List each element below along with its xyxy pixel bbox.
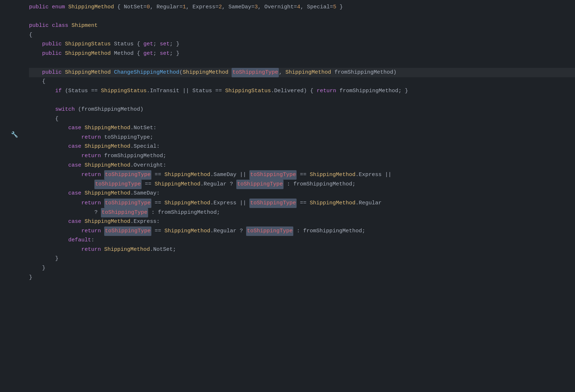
code-line <box>29 59 575 68</box>
token-indent <box>29 208 94 217</box>
token-plain: Overnight <box>264 3 294 12</box>
code-line: public ShippingMethod ChangeShippingMeth… <box>29 68 575 77</box>
token-kw: get <box>143 40 153 49</box>
token-plain: .Express || <box>355 171 391 179</box>
token-plain: , <box>186 3 192 12</box>
token-kw: class <box>52 21 72 30</box>
token-type: ShippingMethod <box>68 3 114 12</box>
token-type: ShippingMethod <box>85 142 130 151</box>
token-indent <box>29 199 81 208</box>
token-kw: switch <box>55 105 75 114</box>
token-indent <box>29 68 42 77</box>
token-indent <box>29 189 68 198</box>
token-plain: : fromShippingMethod; <box>284 180 355 189</box>
token-type: ShippingMethod <box>85 124 130 132</box>
token-plain: ; } <box>170 49 179 58</box>
token-plain: } <box>29 273 32 282</box>
token-indent <box>29 171 81 179</box>
code-editor: 🔧 public enum ShippingMethod { NotSet=0,… <box>0 0 575 392</box>
token-plain: .SameDay: <box>130 189 160 198</box>
token-kw: default <box>68 236 91 245</box>
token-plain <box>101 245 104 254</box>
token-plain: .InTransit || Status == <box>147 87 225 95</box>
token-plain: NotSet <box>124 3 143 12</box>
token-kw: enum <box>52 3 68 12</box>
token-plain: , <box>258 3 264 12</box>
token-plain: Status <box>111 40 137 49</box>
token-indent <box>29 40 42 49</box>
token-indent <box>29 77 42 86</box>
token-hl-var: toShippingType <box>236 180 284 189</box>
token-plain: .NotSet; <box>150 245 176 254</box>
token-indent <box>29 227 81 236</box>
token-hl-var: toShippingType <box>104 170 151 180</box>
token-plain: : <box>91 236 94 245</box>
token-type: ShippingMethod <box>310 199 355 208</box>
code-line <box>29 12 575 22</box>
editor-gutter: 🔧 <box>0 0 29 392</box>
token-plain: SameDay <box>228 3 251 12</box>
token-kw: case <box>68 124 85 132</box>
token-kw: return <box>81 227 101 236</box>
token-plain: .SameDay || <box>210 171 249 179</box>
token-plain: .Regular <box>355 199 382 208</box>
token-plain: (Status == <box>62 87 101 95</box>
token-type: ShippingMethod <box>310 171 355 179</box>
token-plain: { <box>137 49 143 58</box>
token-plain: } <box>55 254 58 263</box>
token-hl-var: toShippingType <box>101 208 148 217</box>
token-num: 2 <box>219 3 222 12</box>
code-line: public class Shipment <box>29 21 575 31</box>
token-plain: == <box>142 180 155 189</box>
token-kw: public <box>29 21 52 30</box>
token-kw: set <box>160 49 170 58</box>
token-kw: set <box>160 40 170 49</box>
token-plain: .Express || <box>210 199 249 208</box>
token-plain: ? <box>94 208 101 217</box>
token-plain: ; <box>153 40 160 49</box>
token-plain: Express <box>192 3 215 12</box>
token-type: ShippingMethod <box>183 68 228 77</box>
token-plain: = <box>330 3 333 12</box>
token-indent <box>29 105 55 114</box>
token-num: 1 <box>183 3 186 12</box>
token-plain: } <box>336 3 343 12</box>
code-line: { <box>29 115 575 124</box>
code-line: ? toShippingType : fromShippingMethod; <box>29 208 575 217</box>
token-type: ShippingStatus <box>225 87 271 95</box>
code-line: return toShippingType; <box>29 133 575 143</box>
token-indent <box>29 264 42 273</box>
code-line: case ShippingMethod.Special: <box>29 142 575 152</box>
token-fn: ChangeShippingMethod <box>114 68 179 77</box>
token-indent <box>29 245 81 254</box>
token-type: ShippingMethod <box>155 180 200 189</box>
token-type: Shipment <box>72 21 98 30</box>
token-kw: return <box>81 152 101 160</box>
code-line: } <box>29 254 575 264</box>
token-indent <box>29 142 68 151</box>
token-plain: .Regular ? <box>200 180 236 189</box>
token-plain: Method <box>111 49 137 58</box>
code-line: toShippingType == ShippingMethod.Regular… <box>29 180 575 189</box>
token-hl-var: toShippingType <box>104 199 151 208</box>
token-kw: case <box>68 161 85 170</box>
code-line: return toShippingType == ShippingMethod.… <box>29 226 575 236</box>
token-kw: if <box>55 87 62 95</box>
token-kw: return <box>317 87 336 95</box>
token-kw: public <box>42 68 65 77</box>
code-line: case ShippingMethod.NotSet: <box>29 124 575 133</box>
token-kw: case <box>68 189 85 198</box>
token-plain: .NotSet: <box>130 124 156 132</box>
token-hl-var: toShippingType <box>94 180 142 189</box>
token-hl-var: toShippingType <box>246 226 293 236</box>
token-type: ShippingMethod <box>85 189 130 198</box>
token-plain: .Overnight: <box>130 161 166 170</box>
token-indent <box>29 180 94 189</box>
token-indent <box>29 124 68 132</box>
token-plain: == <box>297 171 310 179</box>
code-line: { <box>29 77 575 87</box>
token-num: 0 <box>147 3 150 12</box>
token-plain: = <box>294 3 297 12</box>
wrench-icon: 🔧 <box>11 131 18 140</box>
token-plain <box>101 227 104 236</box>
